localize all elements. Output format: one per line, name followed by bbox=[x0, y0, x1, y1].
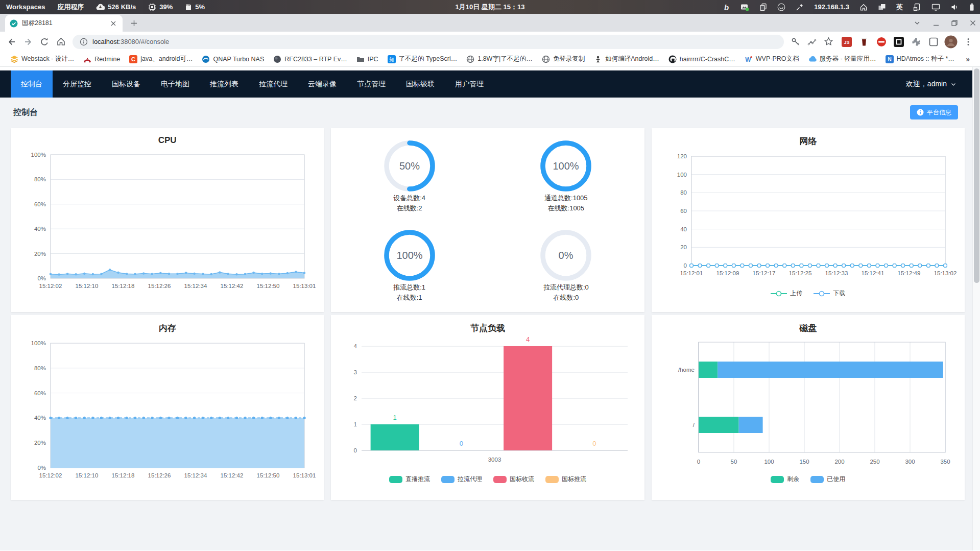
bookmark-item[interactable]: 1.8W字|了不起的… bbox=[462, 53, 536, 65]
clock-button[interactable]: 1月10日 星期二 15：13 bbox=[456, 0, 525, 14]
bookmark-item[interactable]: 服务器 - 轻量应用… bbox=[804, 53, 880, 65]
gauge-ring: 100% bbox=[383, 229, 436, 282]
nav-item-8[interactable]: 节点管理 bbox=[347, 70, 396, 98]
net-speed-indicator[interactable]: 526 KB/s bbox=[90, 0, 142, 14]
nav-item-2[interactable]: 分屏监控 bbox=[53, 70, 102, 98]
legend-item[interactable]: 下载 bbox=[814, 289, 845, 298]
chevron-down-icon[interactable] bbox=[914, 19, 921, 27]
workspaces-button[interactable]: Workspaces bbox=[0, 0, 51, 14]
address-bar[interactable]: localhost:38080/#/console bbox=[73, 35, 784, 49]
bookmark-item[interactable]: Webstack - 设计… bbox=[6, 53, 78, 65]
extension-adblock-icon[interactable] bbox=[874, 34, 889, 50]
svg-text:15:12:26: 15:12:26 bbox=[148, 283, 171, 289]
bookmark-item[interactable]: 知了不起的 TypeScri… bbox=[384, 53, 462, 65]
bookmark-label: 1.8W字|了不起的… bbox=[477, 55, 532, 63]
mug-icon bbox=[777, 3, 785, 11]
bookmark-label: RFC2833 – RTP Ev… bbox=[284, 56, 347, 63]
extension-js-icon[interactable]: JS bbox=[839, 34, 854, 50]
svg-text:250: 250 bbox=[870, 459, 879, 465]
browser-tab[interactable]: 国标28181 bbox=[5, 15, 123, 32]
svg-text:/: / bbox=[693, 422, 695, 428]
memory-chart-title: 内存 bbox=[11, 322, 324, 334]
windows-icon bbox=[878, 3, 886, 11]
bookmark-item[interactable]: IPC bbox=[352, 54, 383, 65]
minimize-icon[interactable] bbox=[933, 20, 939, 26]
close-icon[interactable] bbox=[970, 20, 976, 26]
bookmarks-overflow-chevron[interactable]: » bbox=[962, 55, 974, 63]
restore-icon[interactable] bbox=[951, 20, 958, 26]
memory-indicator[interactable]: 5% bbox=[179, 0, 211, 14]
nav-item-6[interactable]: 拉流代理 bbox=[249, 70, 298, 98]
bookmark-item[interactable]: QNAP Turbo NAS bbox=[198, 54, 268, 65]
welcome-label: 欢迎，admin bbox=[906, 80, 947, 89]
scrollbar-thumb[interactable] bbox=[974, 68, 979, 283]
forward-button[interactable] bbox=[20, 34, 36, 50]
input-method-label: 英 bbox=[896, 3, 903, 12]
bing-tray-button[interactable]: b bbox=[719, 0, 735, 14]
tab-close-icon[interactable] bbox=[109, 19, 118, 28]
window-controls bbox=[914, 14, 976, 32]
nav-item-7[interactable]: 云端录像 bbox=[298, 70, 347, 98]
bookmark-item[interactable]: 如何编译Android… bbox=[590, 53, 663, 65]
nav-item-10[interactable]: 用户管理 bbox=[445, 70, 494, 98]
gauge-online-label: 在线数:1 bbox=[397, 293, 422, 302]
extension-cola-icon[interactable] bbox=[856, 34, 872, 50]
user-menu[interactable]: 欢迎，admin bbox=[906, 80, 980, 89]
extension-dark-square-icon[interactable] bbox=[891, 34, 906, 50]
password-key-icon[interactable] bbox=[788, 34, 803, 50]
legend-item[interactable]: 国标推流 bbox=[545, 475, 586, 484]
bookmark-item[interactable]: Redmine bbox=[79, 54, 124, 65]
nav-item-1[interactable]: 控制台 bbox=[11, 70, 53, 98]
nav-item-9[interactable]: 国标级联 bbox=[396, 70, 445, 98]
display-tray-button[interactable] bbox=[926, 0, 945, 14]
legend-item[interactable]: 已使用 bbox=[810, 475, 845, 484]
volume-tray-button[interactable] bbox=[945, 0, 964, 14]
browser-menu-kebab-icon[interactable] bbox=[961, 34, 976, 50]
extension-square-icon[interactable] bbox=[926, 34, 941, 50]
extension-puzzle-icon[interactable] bbox=[909, 34, 924, 50]
legend-item[interactable]: 剩余 bbox=[771, 475, 799, 484]
beverage-tray-button[interactable] bbox=[772, 0, 791, 14]
home-button[interactable] bbox=[53, 34, 68, 50]
legend-item[interactable]: 拉流代理 bbox=[441, 475, 482, 484]
applications-button[interactable]: 应用程序 bbox=[51, 0, 90, 14]
reload-button[interactable] bbox=[37, 34, 52, 50]
back-button[interactable] bbox=[4, 34, 19, 50]
share-graph-icon[interactable] bbox=[804, 34, 820, 50]
bookmark-star-icon[interactable] bbox=[821, 34, 836, 50]
new-tab-button[interactable] bbox=[127, 16, 141, 30]
home-tray-button[interactable] bbox=[854, 0, 873, 14]
bookmark-item[interactable]: hairrrrr/C-CrashC… bbox=[664, 54, 739, 65]
ip-indicator[interactable]: 192.168.1.3 bbox=[809, 0, 854, 14]
bookmark-item[interactable]: 免登录复制 bbox=[538, 53, 589, 65]
legend-item[interactable]: 国标收流 bbox=[493, 475, 534, 484]
platform-info-button[interactable]: 平台信息 bbox=[910, 105, 958, 119]
bookmark-item[interactable]: RFC2833 – RTP Ev… bbox=[269, 54, 351, 65]
input-method-button[interactable]: 英 bbox=[891, 0, 908, 14]
svg-text:0%: 0% bbox=[38, 275, 46, 281]
browser-tab-strip: 国标28181 bbox=[0, 14, 980, 32]
site-info-icon[interactable] bbox=[80, 38, 88, 46]
bookmark-item[interactable]: NHDAtmos :: 种子 *… bbox=[881, 53, 959, 65]
nav-item-4[interactable]: 电子地图 bbox=[151, 70, 200, 98]
page-scrollbar[interactable] bbox=[972, 67, 980, 550]
nav-item-3[interactable]: 国标设备 bbox=[102, 70, 151, 98]
bookmark-item[interactable]: WWVP-PRO文档 bbox=[740, 53, 803, 65]
legend-item[interactable]: 直播推流 bbox=[389, 475, 430, 484]
window-switcher-button[interactable] bbox=[873, 0, 891, 14]
picker-tray-button[interactable] bbox=[791, 0, 809, 14]
nav-item-5[interactable]: 推流列表 bbox=[200, 70, 249, 98]
legend-label: 上传 bbox=[790, 289, 802, 298]
bookmark-item[interactable]: Cjava、android可… bbox=[125, 53, 197, 65]
profile-avatar[interactable] bbox=[943, 34, 959, 50]
clipboard-tray-button[interactable] bbox=[754, 0, 772, 14]
globe-favicon-icon bbox=[542, 55, 550, 63]
svg-text:0%: 0% bbox=[559, 250, 573, 261]
cpu-indicator[interactable]: 39% bbox=[142, 0, 179, 14]
devices-tray-button[interactable] bbox=[908, 0, 926, 14]
legend-item[interactable]: 上传 bbox=[771, 289, 802, 298]
screenshot-tray-button[interactable] bbox=[735, 0, 754, 14]
battery-tray-button[interactable] bbox=[964, 0, 980, 14]
gauge-total-label: 推流总数:1 bbox=[393, 282, 425, 292]
svg-text:b: b bbox=[724, 3, 729, 11]
